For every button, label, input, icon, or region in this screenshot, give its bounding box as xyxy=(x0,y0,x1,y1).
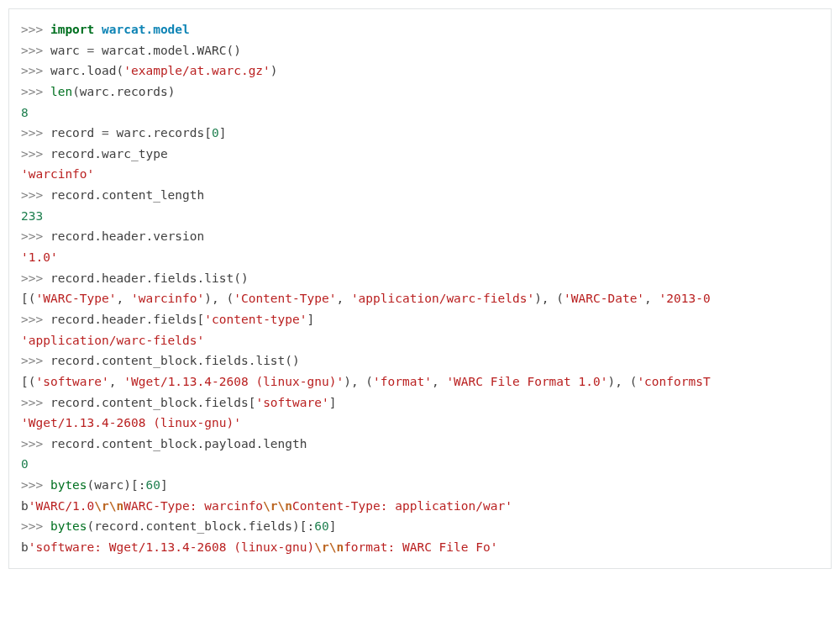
code-line: >>> record = warc.records[0] xyxy=(21,126,226,140)
code-line: >>> bytes(record.content_block.fields)[:… xyxy=(21,519,336,533)
output-line: '1.0' xyxy=(21,250,58,264)
output-line: 'application/warc-fields' xyxy=(21,334,204,347)
code-line: >>> warc.load('example/at.warc.gz') xyxy=(21,64,278,77)
code-line: >>> import warcat.model xyxy=(21,23,190,36)
code-line: >>> record.content_length xyxy=(21,188,204,202)
code-line: >>> record.header.version xyxy=(21,229,204,243)
code-line: >>> len(warc.records) xyxy=(21,85,175,98)
code-line: >>> record.content_block.fields.list() xyxy=(21,354,300,367)
code-line: >>> record.content_block.fields['softwar… xyxy=(21,396,336,409)
output-line: 8 xyxy=(21,106,29,119)
output-line: b'software: Wget/1.13.4-2608 (linux-gnu)… xyxy=(21,540,497,554)
python-repl-code-block[interactable]: >>> import warcat.model >>> warc = warca… xyxy=(8,8,832,569)
output-line: 233 xyxy=(21,209,43,223)
output-line: 0 xyxy=(21,457,29,471)
code-line: >>> record.warc_type xyxy=(21,147,168,161)
output-line: 'Wget/1.13.4-2608 (linux-gnu)' xyxy=(21,416,241,429)
output-line: b'WARC/1.0\r\nWARC-Type: warcinfo\r\nCon… xyxy=(21,499,512,513)
code-line: >>> bytes(warc)[:60] xyxy=(21,478,168,492)
code-line: >>> warc = warcat.model.WARC() xyxy=(21,44,241,57)
code-line: >>> record.header.fields.list() xyxy=(21,271,249,285)
code-line: >>> record.content_block.payload.length xyxy=(21,437,307,450)
code-line: >>> record.header.fields['content-type'] xyxy=(21,313,314,326)
output-line: 'warcinfo' xyxy=(21,167,94,181)
output-line: [('software', 'Wget/1.13.4-2608 (linux-g… xyxy=(21,375,711,388)
output-line: [('WARC-Type', 'warcinfo'), ('Content-Ty… xyxy=(21,292,711,305)
